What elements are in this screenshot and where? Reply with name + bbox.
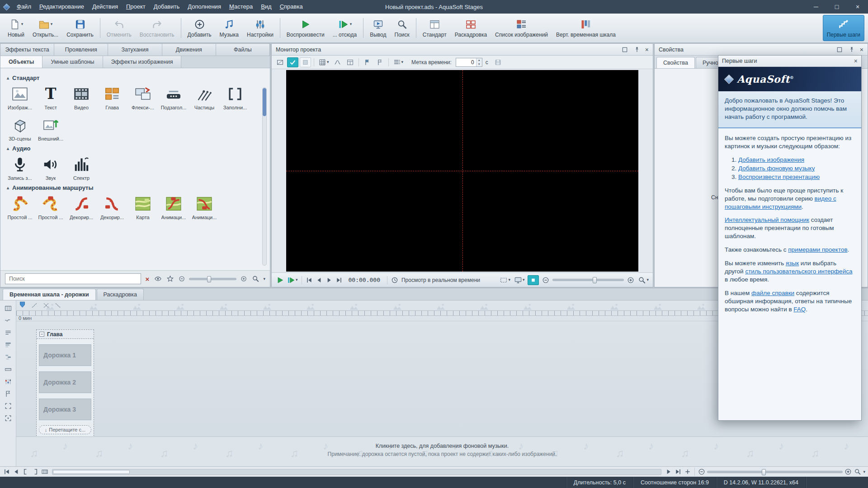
play-button[interactable] [275, 276, 285, 285]
toolbar-button-search[interactable]: Поиск [391, 15, 414, 41]
tab-objects[interactable]: Объекты [0, 56, 42, 68]
go-start-button[interactable] [305, 276, 313, 284]
slider-thumb[interactable] [593, 277, 597, 283]
track-row-1[interactable]: Дорожка 1 [39, 344, 91, 366]
step-link-2[interactable]: Добавить фоновую музыку [738, 165, 815, 172]
timeline-tool-flag-icon[interactable] [3, 389, 13, 398]
object-tile-image[interactable]: Изображ... [6, 84, 34, 110]
toolbar-button-play[interactable]: Воспроизвести [283, 15, 329, 41]
next-frame-button[interactable] [325, 276, 333, 284]
menu-file[interactable]: Файл [13, 0, 35, 14]
preview-toggle-icon[interactable] [154, 274, 162, 283]
properties-maximize-icon[interactable] [835, 46, 844, 54]
toolbar-button-standard-layout[interactable]: Стандарт [419, 15, 451, 41]
step-link-1[interactable]: Добавить изображения [738, 156, 804, 163]
menu-edit[interactable]: Редактирование [35, 0, 88, 14]
search-options-dropdown-icon[interactable]: ▾ [263, 277, 265, 281]
timeline-tool-sliders-icon[interactable] [3, 377, 13, 386]
object-tile-flexi[interactable]: Флекси-... [129, 84, 157, 110]
menu-wizards[interactable]: Мастера [225, 0, 257, 14]
aspect-ratio-icon[interactable] [274, 57, 286, 67]
snapshot-save-icon[interactable] [492, 57, 504, 67]
properties-close-icon[interactable]: × [860, 46, 863, 53]
inline-link[interactable]: примерами проектов [788, 246, 847, 253]
section-header-audio[interactable]: ▴Аудио [7, 145, 256, 152]
object-tile-particles[interactable]: Частицы [190, 84, 218, 110]
object-tile-route-simple-2[interactable]: Простой ... [37, 194, 65, 220]
monitor-close-icon[interactable]: × [645, 46, 649, 53]
thumbnail-zoom-out-icon[interactable] [178, 275, 185, 283]
tab-appearances[interactable]: Проявления [54, 44, 108, 56]
object-tile-chapter[interactable]: Глава [98, 84, 126, 110]
scrollbar-thumb[interactable] [263, 88, 266, 116]
toolbar-button-settings[interactable]: Настройки [243, 15, 278, 41]
timeline-tool-crop-icon[interactable] [3, 402, 13, 410]
timeline-zoom-out-icon[interactable] [698, 468, 706, 476]
toolbar-button-open[interactable]: ▾Открыть... [28, 15, 62, 41]
monitor-pin-icon[interactable] [633, 46, 641, 54]
magnifier-dropdown-icon[interactable]: ▾ [863, 470, 865, 474]
inline-link[interactable]: видео с пошаговыми инструкциями [725, 195, 836, 210]
timeline-tool-blocks-icon[interactable] [3, 353, 13, 361]
fade-in-icon[interactable] [30, 302, 39, 309]
favorites-icon[interactable] [166, 274, 175, 283]
frame-view-icon[interactable] [41, 468, 49, 476]
chapter-header[interactable]: – Глава [37, 330, 94, 339]
toolbar-button-image-list[interactable]: Список изображений [491, 15, 552, 41]
object-tile-video[interactable]: Видео [67, 84, 95, 110]
timeline-tool-text-icon[interactable] [3, 328, 13, 337]
loupe-toggle[interactable] [528, 275, 539, 285]
flag-end-icon[interactable] [374, 57, 386, 67]
collapse-icon[interactable]: – [39, 332, 44, 337]
tab-smart-templates[interactable]: Умные шаблоны [42, 56, 103, 68]
tab-text-effects[interactable]: Эффекты текста [0, 44, 54, 56]
object-tile-map[interactable]: Карта [129, 194, 157, 220]
track-row-2[interactable]: Дорожка 2 [39, 371, 91, 393]
toolbar-button-new[interactable]: ▾Новый [4, 15, 28, 41]
object-tile-route-simple-1[interactable]: Простой ... [6, 194, 34, 220]
timeline-magnifier-icon[interactable] [854, 468, 862, 476]
slider-thumb[interactable] [762, 469, 766, 475]
prev-frame-button[interactable] [315, 276, 323, 284]
object-tile-subtitle[interactable]: Подзагол... [160, 84, 188, 110]
toolbar-button-first-steps[interactable]: Первые шаги [823, 15, 864, 41]
nav-add-icon[interactable] [684, 468, 692, 476]
marker-list-dropdown[interactable]: ▾ [392, 57, 405, 67]
section-header-animated-routes[interactable]: ▴Анимированные маршруты [7, 184, 256, 191]
thumbnail-size-slider[interactable] [189, 278, 236, 280]
object-tile-route-decorated-1[interactable]: Декорир... [67, 194, 95, 220]
toolbar-button-add[interactable]: Добавить [184, 15, 216, 41]
toolbar-button-storyboard[interactable]: Раскадровка [451, 15, 491, 41]
toolbar-button-redo[interactable]: Восстановить [136, 15, 179, 41]
menu-project[interactable]: Проект [122, 0, 150, 14]
toolbar-button-save[interactable]: Сохранить [62, 15, 98, 41]
timeline-zoom-slider[interactable] [707, 471, 843, 473]
object-tile-3d-scene[interactable]: 3D-сцены [6, 116, 34, 141]
flag-start-icon[interactable] [362, 57, 373, 67]
inline-link[interactable]: стиль пользовательского интерфейса [745, 268, 852, 275]
scrollbar-thumb[interactable] [53, 470, 130, 474]
tab-fades[interactable]: Затухания [108, 44, 162, 56]
realtime-icon[interactable] [391, 276, 399, 284]
step-link-3[interactable]: Воспроизвести презентацию [738, 174, 820, 180]
table-tool-icon[interactable] [344, 57, 356, 67]
nav-last-icon[interactable] [674, 468, 682, 476]
timeline-tool-frame-icon[interactable] [3, 414, 13, 422]
selection-mode-dropdown[interactable]: ▾ [499, 276, 511, 285]
object-tile-text[interactable]: TТекст [37, 84, 65, 110]
curve-tool-icon[interactable] [332, 57, 343, 67]
timecode-value[interactable]: 0 [456, 58, 476, 66]
fade-out-icon[interactable] [53, 302, 62, 309]
go-end-button[interactable] [335, 276, 343, 284]
timeline-tool-layers-icon[interactable] [3, 341, 13, 349]
object-tile-map-animation-2[interactable]: Анимаци... [190, 194, 218, 220]
object-tile-spectrum[interactable]: Спектр [67, 155, 95, 181]
section-header-standard[interactable]: ▴Стандарт [7, 75, 256, 81]
preview-canvas[interactable] [286, 70, 638, 272]
monitor-zoom-out-icon[interactable] [542, 276, 550, 284]
track-row-3[interactable]: Дорожка 3 [39, 399, 91, 420]
range-end-icon[interactable] [31, 468, 39, 476]
search-icon[interactable] [251, 274, 260, 283]
spin-up-icon[interactable]: ▲ [476, 58, 482, 62]
timeline-tab-timeline-tracks[interactable]: Временная шкала - дорожки [3, 289, 96, 300]
